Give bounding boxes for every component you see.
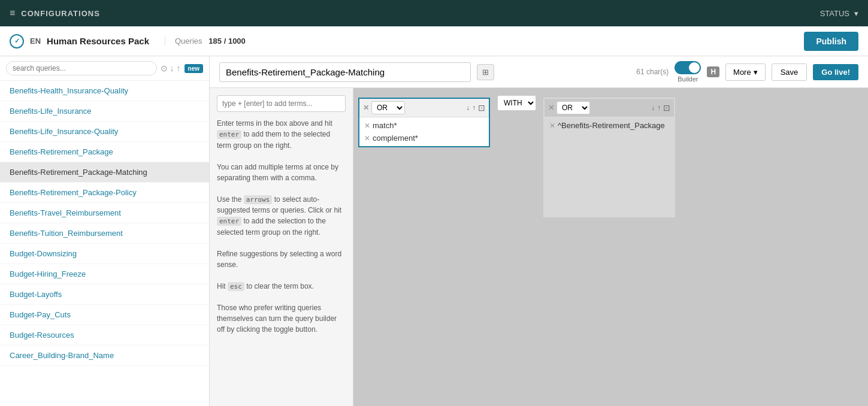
- content-area: ⊞ 61 char(s) Builder H More ▾ Save Go li…: [210, 56, 868, 406]
- more-button[interactable]: More ▾: [725, 63, 766, 81]
- new-badge: new: [185, 64, 203, 73]
- sidebar-item[interactable]: Benefits-Life_Insurance: [0, 101, 209, 122]
- publish-button[interactable]: Publish: [804, 32, 858, 51]
- term-input-panel: Enter terms in the box above and hit ent…: [210, 88, 353, 406]
- first-group-panel: ✕ OR AND ↓ ↑ ⊡ ✕match*✕complement*: [358, 98, 490, 147]
- first-group-camera-icon[interactable]: ⊡: [478, 103, 485, 113]
- save-button[interactable]: Save: [772, 63, 807, 81]
- sort-up-icon[interactable]: ↑: [177, 63, 181, 73]
- term-input[interactable]: [217, 95, 346, 112]
- second-bar: ✓ EN Human Resources Pack Queries 185 / …: [0, 26, 868, 56]
- first-group-terms: ✕match*✕complement*: [359, 117, 489, 146]
- sidebar-item[interactable]: Benefits-Health_Insurance-Quality: [0, 81, 209, 101]
- queries-count: 185 / 1000: [208, 37, 245, 46]
- second-group-panel: ✕ OR AND ↓ ↑ ⊡ ✕^Benefits-Retirement_Pac…: [543, 98, 675, 217]
- term-label: ^Benefits-Retirement_Package: [558, 121, 665, 130]
- app-title: CONFIGURATIONS: [21, 9, 99, 18]
- term-row: ✕complement*: [364, 134, 484, 143]
- second-group-close-icon[interactable]: ✕: [548, 104, 554, 112]
- sidebar-item[interactable]: Benefits-Life_Insurance-Quality: [0, 122, 209, 142]
- grid-view-button[interactable]: ⊞: [477, 64, 494, 80]
- user-menu-icon[interactable]: ▾: [854, 9, 858, 18]
- status-circle-icon: ✓: [10, 34, 24, 49]
- help-text: Enter terms in the box above and hit ent…: [217, 118, 346, 335]
- sidebar-item[interactable]: Budget-Hiring_Freeze: [0, 264, 209, 284]
- queries-label: Queries 185 / 1000: [165, 37, 246, 46]
- term-close-icon[interactable]: ✕: [364, 122, 370, 130]
- first-group-arrow-up-icon[interactable]: ↑: [472, 104, 476, 112]
- sidebar-item[interactable]: Benefits-Retirement_Package: [0, 142, 209, 162]
- chevron-down-icon: ▾: [754, 68, 758, 77]
- sort-down-icon[interactable]: ↓: [170, 63, 174, 73]
- with-operator-select[interactable]: WITH AND OR: [497, 95, 536, 111]
- h-badge: H: [707, 66, 719, 77]
- sidebar-item[interactable]: Benefits-Retirement_Package-Policy: [0, 183, 209, 203]
- builder-label: Builder: [678, 75, 698, 83]
- second-group-operator-select[interactable]: OR AND: [557, 101, 590, 114]
- sidebar-item[interactable]: Benefits-Travel_Reimbursement: [0, 203, 209, 223]
- second-group-arrow-up-icon[interactable]: ↑: [657, 104, 661, 112]
- top-nav: ≡ CONFIGURATIONS STATUS ▾: [0, 0, 868, 26]
- language-badge: EN: [30, 37, 41, 46]
- term-label: match*: [373, 121, 397, 130]
- search-input[interactable]: [6, 61, 157, 75]
- sidebar-item[interactable]: Benefits-Tuition_Reimbursement: [0, 223, 209, 244]
- sidebar: ⊙ ↓ ↑ new Benefits-Health_Insurance-Qual…: [0, 56, 210, 406]
- golive-button[interactable]: Go live!: [813, 64, 858, 80]
- query-editor: Enter terms in the box above and hit ent…: [210, 88, 868, 406]
- query-name-input[interactable]: [219, 62, 471, 82]
- sidebar-list: Benefits-Health_Insurance-QualityBenefit…: [0, 81, 209, 406]
- sidebar-item[interactable]: Benefits-Retirement_Package-Matching: [0, 162, 209, 183]
- status-label: STATUS: [820, 9, 849, 18]
- term-close-icon[interactable]: ✕: [364, 134, 370, 143]
- first-group-operator-select[interactable]: OR AND: [371, 101, 405, 114]
- sidebar-item[interactable]: Budget-Pay_Cuts: [0, 305, 209, 325]
- term-label: complement*: [373, 134, 418, 143]
- circle-check-icon[interactable]: ⊙: [161, 63, 168, 73]
- sidebar-item[interactable]: Budget-Layoffs: [0, 284, 209, 305]
- first-group-close-icon[interactable]: ✕: [363, 104, 369, 112]
- first-group-arrow-down-icon[interactable]: ↓: [466, 104, 470, 112]
- second-group-arrow-down-icon[interactable]: ↓: [651, 104, 655, 112]
- sidebar-search-bar: ⊙ ↓ ↑ new: [0, 56, 209, 81]
- main-layout: ⊙ ↓ ↑ new Benefits-Health_Insurance-Qual…: [0, 56, 868, 406]
- sidebar-item[interactable]: Budget-Resources: [0, 325, 209, 346]
- second-group-camera-icon[interactable]: ⊡: [663, 103, 670, 113]
- first-group-header: ✕ OR AND ↓ ↑ ⊡: [359, 99, 489, 117]
- term-row: ✕match*: [364, 121, 484, 130]
- toggle-knob: [689, 62, 700, 73]
- pack-name: Human Resources Pack: [47, 36, 149, 46]
- with-connector-area: WITH AND OR: [495, 88, 539, 406]
- term-row: ✕^Benefits-Retirement_Package: [549, 121, 669, 130]
- builder-toggle-container: Builder: [675, 61, 701, 83]
- term-close-icon[interactable]: ✕: [549, 122, 555, 130]
- hamburger-icon[interactable]: ≡: [10, 8, 15, 19]
- query-bar: ⊞ 61 char(s) Builder H More ▾ Save Go li…: [210, 56, 868, 88]
- char-count: 61 char(s): [636, 68, 669, 76]
- sidebar-item[interactable]: Budget-Downsizing: [0, 244, 209, 264]
- sidebar-item[interactable]: Career_Building-Brand_Name: [0, 346, 209, 366]
- builder-toggle[interactable]: [675, 61, 701, 74]
- second-group-terms: ✕^Benefits-Retirement_Package: [545, 117, 674, 216]
- second-group-header: ✕ OR AND ↓ ↑ ⊡: [545, 99, 674, 117]
